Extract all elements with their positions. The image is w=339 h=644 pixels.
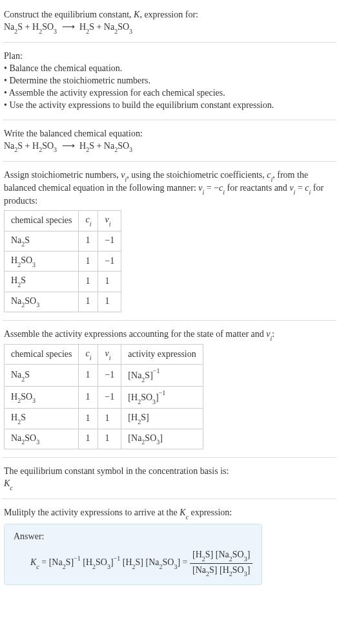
- cell-ci: 1: [79, 272, 98, 292]
- balanced-section: Write the balanced chemical equation: Na…: [3, 124, 336, 157]
- divider: [3, 120, 336, 120]
- activity-table: chemical species ci νi activity expressi…: [4, 344, 203, 449]
- assign-text: Assign stoichiometric numbers, νi, using…: [4, 169, 335, 208]
- divider: [3, 499, 336, 499]
- table-header-row: chemical species ci νi activity expressi…: [5, 345, 203, 365]
- cell-nui: −1: [98, 231, 121, 251]
- assemble-section: Assemble the activity expressions accoun…: [3, 325, 336, 453]
- cell-activity: [Na2S]−1: [121, 365, 203, 387]
- cell-activity: [H2SO3]−1: [121, 387, 203, 409]
- divider: [3, 320, 336, 321]
- header-line1: Construct the equilibrium constant, K, e…: [4, 9, 335, 21]
- assign-section: Assign stoichiometric numbers, νi, using…: [3, 166, 336, 316]
- balanced-equation: Na2S + H2SO3 ⟶ H2S + Na2SO3: [4, 140, 335, 153]
- table-row: Na2SO3 1 1: [5, 292, 121, 312]
- header-text-1b: , expression for:: [139, 10, 198, 19]
- plan-item: Use the activity expressions to build th…: [4, 100, 335, 112]
- col-species: chemical species: [5, 345, 79, 365]
- col-nui: νi: [98, 211, 121, 231]
- answer-equation: Kc = [Na2S]−1 [H2SO3]−1 [H2S] [Na2SO3] =…: [14, 548, 252, 578]
- header-equation: Na2S + H2SO3 ⟶ H2S + Na2SO3: [4, 21, 335, 34]
- eq-lhs: Na2S + H2SO3: [4, 22, 57, 32]
- multiply-section: Mulitply the activity expressions to arr…: [3, 503, 336, 589]
- table-row: Na2SO3 1 1 [Na2SO3]: [5, 429, 203, 449]
- header-text-1: Construct the equilibrium constant,: [4, 10, 134, 19]
- cell-nui: 1: [98, 409, 121, 429]
- table-row: H2S 1 1 [H2S]: [5, 409, 203, 429]
- fraction: [H2S] [Na2SO3] [Na2S] [H2SO3]: [190, 548, 252, 578]
- table-row: Na2S 1 −1 [Na2S]−1: [5, 365, 203, 387]
- multiply-text: Mulitply the activity expressions to arr…: [4, 507, 335, 520]
- plan-title: Plan:: [4, 50, 335, 63]
- divider: [3, 457, 336, 458]
- divider: [3, 161, 336, 162]
- plan-section: Plan: Balance the chemical equation. Det…: [3, 47, 336, 115]
- arrow-icon: ⟶: [59, 140, 77, 153]
- arrow-icon: ⟶: [59, 21, 77, 34]
- cell-ci: 1: [79, 387, 98, 409]
- cell-nui: −1: [98, 365, 121, 387]
- cell-species: Na2S: [5, 231, 79, 251]
- answer-box: Answer: Kc = [Na2S]−1 [H2SO3]−1 [H2S] [N…: [4, 524, 262, 585]
- cell-nui: 1: [98, 272, 121, 292]
- assemble-text: Assemble the activity expressions accoun…: [4, 328, 335, 341]
- col-species: chemical species: [5, 211, 79, 231]
- cell-ci: 1: [79, 292, 98, 312]
- plan-item: Determine the stoichiometric numbers.: [4, 75, 335, 87]
- cell-activity: [Na2SO3]: [121, 429, 203, 449]
- header-section: Construct the equilibrium constant, K, e…: [3, 5, 336, 38]
- divider: [3, 42, 336, 43]
- cell-species: H2SO3: [5, 251, 79, 271]
- table-row: H2SO3 1 −1 [H2SO3]−1: [5, 387, 203, 409]
- col-activity: activity expression: [121, 345, 203, 365]
- cell-ci: 1: [79, 365, 98, 387]
- fraction-denominator: [Na2S] [H2SO3]: [190, 564, 252, 578]
- fraction-numerator: [H2S] [Na2SO3]: [190, 548, 252, 563]
- cell-species: Na2SO3: [5, 292, 79, 312]
- balanced-title: Write the balanced chemical equation:: [4, 128, 335, 140]
- symbol-kc: Kc: [4, 478, 335, 491]
- cell-species: H2SO3: [5, 387, 79, 409]
- col-ci: ci: [79, 211, 98, 231]
- plan-list: Balance the chemical equation. Determine…: [4, 63, 335, 112]
- cell-nui: −1: [98, 251, 121, 271]
- eq-rhs: H2S + Na2SO3: [79, 22, 132, 32]
- cell-nui: −1: [98, 387, 121, 409]
- cell-ci: 1: [79, 409, 98, 429]
- cell-activity: [H2S]: [121, 409, 203, 429]
- cell-species: H2S: [5, 409, 79, 429]
- cell-ci: 1: [79, 251, 98, 271]
- cell-nui: 1: [98, 429, 121, 449]
- table-row: H2S 1 1: [5, 272, 121, 292]
- cell-species: Na2S: [5, 365, 79, 387]
- table-row: Na2S 1 −1: [5, 231, 121, 251]
- plan-item: Assemble the activity expression for eac…: [4, 87, 335, 100]
- cell-species: H2S: [5, 272, 79, 292]
- cell-ci: 1: [79, 231, 98, 251]
- stoich-table: chemical species ci νi Na2S 1 −1 H2SO3 1…: [4, 210, 121, 312]
- table-header-row: chemical species ci νi: [5, 211, 121, 231]
- table-row: H2SO3 1 −1: [5, 251, 121, 271]
- col-ci: ci: [79, 345, 98, 365]
- plan-item: Balance the chemical equation.: [4, 63, 335, 75]
- symbol-section: The equilibrium constant symbol in the c…: [3, 462, 336, 495]
- col-nui: νi: [98, 345, 121, 365]
- cell-ci: 1: [79, 429, 98, 449]
- cell-nui: 1: [98, 292, 121, 312]
- answer-label: Answer:: [14, 531, 252, 543]
- symbol-text: The equilibrium constant symbol in the c…: [4, 466, 335, 478]
- cell-species: Na2SO3: [5, 429, 79, 449]
- k-symbol: K: [134, 10, 139, 19]
